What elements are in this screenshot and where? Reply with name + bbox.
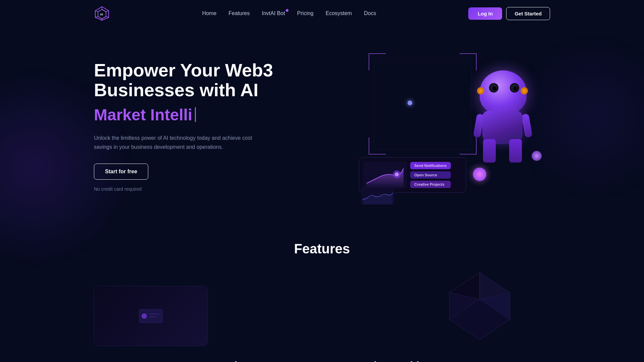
robot-orb-right — [532, 151, 542, 161]
robot-eye-right — [510, 83, 519, 93]
hero-description: Unlock the limitless power of AI technol… — [94, 133, 262, 152]
text-cursor — [195, 107, 196, 122]
enhance-text: Enhance your customers' experience with — [94, 360, 550, 362]
login-button[interactable]: Log In — [468, 7, 502, 20]
feature-card-1 — [94, 286, 208, 346]
chart-mini-2 — [361, 186, 394, 204]
features-section: Features — [0, 221, 644, 362]
nav-item-home[interactable]: Home — [202, 10, 217, 16]
nav-link-docs[interactable]: Docs — [364, 10, 376, 16]
robot-head — [480, 70, 527, 114]
start-free-button[interactable]: Start for free — [94, 164, 148, 180]
chart-mini-1 — [363, 162, 407, 188]
robot-eye-left — [489, 83, 498, 93]
svg-rect-10 — [374, 59, 471, 149]
nav-item-ecosystem[interactable]: Ecosystem — [326, 10, 352, 16]
svg-line-6 — [95, 16, 98, 17]
nav-item-pricing[interactable]: Pricing — [297, 10, 314, 16]
hero-section: Empower Your Web3 Businesses with AI Mar… — [0, 27, 644, 221]
bot-badge-dot — [286, 9, 288, 12]
svg-line-3 — [106, 11, 109, 12]
hero-cta-container: Start for free No credit card required — [94, 164, 273, 192]
robot-leg-left — [483, 139, 496, 163]
robot-ear-right — [521, 87, 528, 95]
features-row — [94, 286, 550, 346]
logo[interactable]: AI — [94, 5, 110, 21]
logo-icon: AI — [94, 5, 110, 21]
nav-item-invtai-bot[interactable]: InvtAI Bot — [262, 10, 285, 16]
robot-leg-right — [509, 139, 522, 163]
nav-links: Home Features InvtAI Bot Pricing Ecosyst… — [202, 10, 376, 16]
hero-title: Empower Your Web3 Businesses with AI — [94, 60, 273, 100]
nav-item-features[interactable]: Features — [228, 10, 250, 16]
svg-line-7 — [95, 11, 98, 12]
nav-link-pricing[interactable]: Pricing — [297, 10, 314, 16]
nav-link-home[interactable]: Home — [202, 10, 217, 16]
ui-tag-notifications: Send Notifications — [410, 162, 451, 169]
no-card-text: No credit card required — [94, 186, 273, 192]
robot-ear-left — [477, 87, 484, 95]
bracket-decoration — [366, 50, 480, 158]
features-title: Features — [94, 241, 550, 256]
nav-link-invtai-bot[interactable]: InvtAI Bot — [262, 10, 285, 16]
ui-cards: Send Notifications Open Source Creative … — [359, 157, 466, 204]
nav-item-docs[interactable]: Docs — [364, 10, 376, 16]
hero-orb — [408, 101, 412, 105]
svg-point-8 — [101, 19, 103, 21]
robot-eye-inner-left — [492, 86, 496, 90]
robot-figure — [463, 64, 543, 184]
hero-right: Send Notifications Open Source Creative … — [356, 47, 550, 208]
svg-line-4 — [106, 16, 109, 17]
robot-eye-inner-right — [513, 86, 517, 90]
svg-rect-23 — [149, 313, 159, 315]
hero-left: Empower Your Web3 Businesses with AI Mar… — [94, 47, 273, 192]
nav-link-features[interactable]: Features — [228, 10, 250, 16]
svg-text:AI: AI — [100, 13, 103, 16]
nav-link-ecosystem[interactable]: Ecosystem — [326, 10, 352, 16]
robot-body — [463, 64, 543, 184]
hero-animated-text: Market Intelli — [94, 106, 273, 124]
ui-tags: Send Notifications Open Source Creative … — [410, 162, 451, 188]
robot-arm-right — [521, 114, 533, 138]
ui-tag-creative: Creative Projects — [410, 181, 451, 188]
get-started-button[interactable]: Get Started — [506, 7, 550, 20]
features-bottom: Enhance your customers' experience with — [94, 273, 550, 362]
svg-rect-24 — [149, 316, 156, 317]
svg-point-22 — [142, 313, 147, 319]
nav-actions: Log In Get Started — [468, 7, 550, 20]
ui-tag-open-source: Open Source — [410, 171, 451, 179]
navbar: AI Home Features InvtAI Bot Pricing Ecos… — [0, 0, 644, 27]
svg-point-13 — [395, 172, 399, 176]
robot-orb-left — [473, 168, 486, 181]
